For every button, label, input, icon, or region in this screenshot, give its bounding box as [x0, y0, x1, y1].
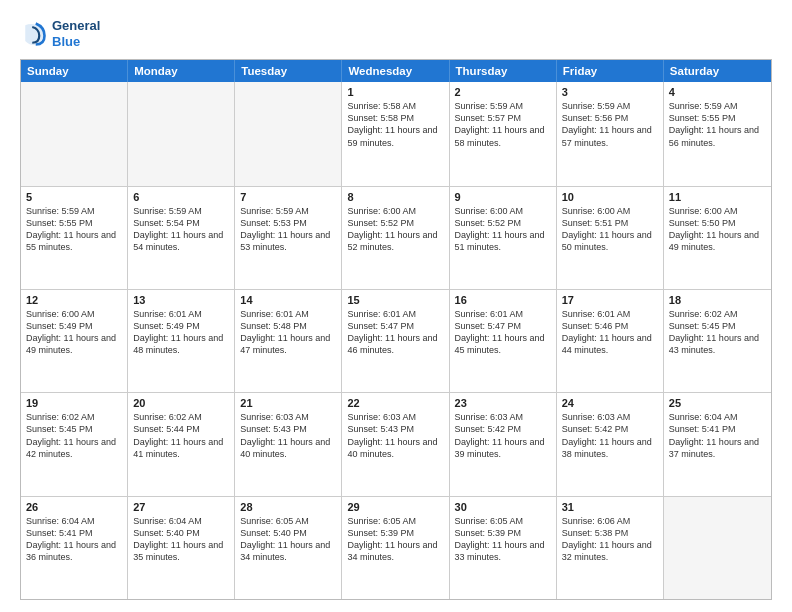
- cell-info: Sunrise: 6:00 AMSunset: 5:52 PMDaylight:…: [455, 205, 551, 254]
- day-number: 4: [669, 86, 766, 98]
- cell-info: Sunrise: 6:01 AMSunset: 5:49 PMDaylight:…: [133, 308, 229, 357]
- calendar-cell: 4Sunrise: 5:59 AMSunset: 5:55 PMDaylight…: [664, 82, 771, 185]
- day-number: 17: [562, 294, 658, 306]
- calendar-cell: 13Sunrise: 6:01 AMSunset: 5:49 PMDayligh…: [128, 290, 235, 392]
- day-number: 16: [455, 294, 551, 306]
- calendar-cell: 30Sunrise: 6:05 AMSunset: 5:39 PMDayligh…: [450, 497, 557, 599]
- calendar-body: 1Sunrise: 5:58 AMSunset: 5:58 PMDaylight…: [21, 82, 771, 599]
- cell-info: Sunrise: 6:00 AMSunset: 5:50 PMDaylight:…: [669, 205, 766, 254]
- header: General Blue: [20, 18, 772, 49]
- day-number: 22: [347, 397, 443, 409]
- cell-info: Sunrise: 6:03 AMSunset: 5:42 PMDaylight:…: [562, 411, 658, 460]
- cell-info: Sunrise: 6:05 AMSunset: 5:40 PMDaylight:…: [240, 515, 336, 564]
- day-number: 31: [562, 501, 658, 513]
- calendar-cell: 22Sunrise: 6:03 AMSunset: 5:43 PMDayligh…: [342, 393, 449, 495]
- cell-info: Sunrise: 6:01 AMSunset: 5:48 PMDaylight:…: [240, 308, 336, 357]
- calendar-cell: 29Sunrise: 6:05 AMSunset: 5:39 PMDayligh…: [342, 497, 449, 599]
- calendar-cell: 14Sunrise: 6:01 AMSunset: 5:48 PMDayligh…: [235, 290, 342, 392]
- header-cell-wednesday: Wednesday: [342, 60, 449, 82]
- calendar-row-2: 12Sunrise: 6:00 AMSunset: 5:49 PMDayligh…: [21, 289, 771, 392]
- logo-text: General Blue: [52, 18, 100, 49]
- logo: General Blue: [20, 18, 100, 49]
- calendar-cell: [235, 82, 342, 185]
- header-cell-friday: Friday: [557, 60, 664, 82]
- day-number: 27: [133, 501, 229, 513]
- calendar-cell: 16Sunrise: 6:01 AMSunset: 5:47 PMDayligh…: [450, 290, 557, 392]
- calendar-cell: 27Sunrise: 6:04 AMSunset: 5:40 PMDayligh…: [128, 497, 235, 599]
- logo-icon: [20, 20, 48, 48]
- day-number: 3: [562, 86, 658, 98]
- cell-info: Sunrise: 6:00 AMSunset: 5:51 PMDaylight:…: [562, 205, 658, 254]
- calendar-cell: 10Sunrise: 6:00 AMSunset: 5:51 PMDayligh…: [557, 187, 664, 289]
- header-cell-tuesday: Tuesday: [235, 60, 342, 82]
- calendar-cell: 3Sunrise: 5:59 AMSunset: 5:56 PMDaylight…: [557, 82, 664, 185]
- day-number: 26: [26, 501, 122, 513]
- day-number: 23: [455, 397, 551, 409]
- day-number: 1: [347, 86, 443, 98]
- cell-info: Sunrise: 6:02 AMSunset: 5:45 PMDaylight:…: [669, 308, 766, 357]
- cell-info: Sunrise: 6:05 AMSunset: 5:39 PMDaylight:…: [455, 515, 551, 564]
- calendar-cell: [21, 82, 128, 185]
- cell-info: Sunrise: 6:00 AMSunset: 5:52 PMDaylight:…: [347, 205, 443, 254]
- calendar-cell: 9Sunrise: 6:00 AMSunset: 5:52 PMDaylight…: [450, 187, 557, 289]
- cell-info: Sunrise: 6:04 AMSunset: 5:41 PMDaylight:…: [669, 411, 766, 460]
- day-number: 11: [669, 191, 766, 203]
- calendar-row-4: 26Sunrise: 6:04 AMSunset: 5:41 PMDayligh…: [21, 496, 771, 599]
- calendar-cell: 17Sunrise: 6:01 AMSunset: 5:46 PMDayligh…: [557, 290, 664, 392]
- day-number: 24: [562, 397, 658, 409]
- calendar-cell: 15Sunrise: 6:01 AMSunset: 5:47 PMDayligh…: [342, 290, 449, 392]
- cell-info: Sunrise: 5:59 AMSunset: 5:57 PMDaylight:…: [455, 100, 551, 149]
- calendar-cell: 25Sunrise: 6:04 AMSunset: 5:41 PMDayligh…: [664, 393, 771, 495]
- cell-info: Sunrise: 5:59 AMSunset: 5:55 PMDaylight:…: [669, 100, 766, 149]
- calendar-cell: 12Sunrise: 6:00 AMSunset: 5:49 PMDayligh…: [21, 290, 128, 392]
- calendar-row-3: 19Sunrise: 6:02 AMSunset: 5:45 PMDayligh…: [21, 392, 771, 495]
- cell-info: Sunrise: 5:59 AMSunset: 5:55 PMDaylight:…: [26, 205, 122, 254]
- cell-info: Sunrise: 6:03 AMSunset: 5:42 PMDaylight:…: [455, 411, 551, 460]
- calendar-cell: 31Sunrise: 6:06 AMSunset: 5:38 PMDayligh…: [557, 497, 664, 599]
- cell-info: Sunrise: 6:03 AMSunset: 5:43 PMDaylight:…: [240, 411, 336, 460]
- calendar-cell: 5Sunrise: 5:59 AMSunset: 5:55 PMDaylight…: [21, 187, 128, 289]
- calendar-cell: 7Sunrise: 5:59 AMSunset: 5:53 PMDaylight…: [235, 187, 342, 289]
- cell-info: Sunrise: 5:59 AMSunset: 5:53 PMDaylight:…: [240, 205, 336, 254]
- cell-info: Sunrise: 6:01 AMSunset: 5:47 PMDaylight:…: [455, 308, 551, 357]
- header-cell-sunday: Sunday: [21, 60, 128, 82]
- calendar-row-1: 5Sunrise: 5:59 AMSunset: 5:55 PMDaylight…: [21, 186, 771, 289]
- cell-info: Sunrise: 6:01 AMSunset: 5:47 PMDaylight:…: [347, 308, 443, 357]
- calendar-cell: 6Sunrise: 5:59 AMSunset: 5:54 PMDaylight…: [128, 187, 235, 289]
- day-number: 20: [133, 397, 229, 409]
- calendar-cell: 24Sunrise: 6:03 AMSunset: 5:42 PMDayligh…: [557, 393, 664, 495]
- calendar-cell: [664, 497, 771, 599]
- calendar-cell: [128, 82, 235, 185]
- day-number: 21: [240, 397, 336, 409]
- day-number: 12: [26, 294, 122, 306]
- page: General Blue SundayMondayTuesdayWednesda…: [0, 0, 792, 612]
- day-number: 19: [26, 397, 122, 409]
- day-number: 6: [133, 191, 229, 203]
- cell-info: Sunrise: 6:01 AMSunset: 5:46 PMDaylight:…: [562, 308, 658, 357]
- cell-info: Sunrise: 6:03 AMSunset: 5:43 PMDaylight:…: [347, 411, 443, 460]
- calendar-header: SundayMondayTuesdayWednesdayThursdayFrid…: [21, 60, 771, 82]
- day-number: 13: [133, 294, 229, 306]
- day-number: 8: [347, 191, 443, 203]
- day-number: 10: [562, 191, 658, 203]
- header-cell-thursday: Thursday: [450, 60, 557, 82]
- calendar-cell: 1Sunrise: 5:58 AMSunset: 5:58 PMDaylight…: [342, 82, 449, 185]
- day-number: 5: [26, 191, 122, 203]
- cell-info: Sunrise: 5:58 AMSunset: 5:58 PMDaylight:…: [347, 100, 443, 149]
- day-number: 14: [240, 294, 336, 306]
- calendar-cell: 20Sunrise: 6:02 AMSunset: 5:44 PMDayligh…: [128, 393, 235, 495]
- cell-info: Sunrise: 6:02 AMSunset: 5:45 PMDaylight:…: [26, 411, 122, 460]
- calendar-cell: 8Sunrise: 6:00 AMSunset: 5:52 PMDaylight…: [342, 187, 449, 289]
- calendar-row-0: 1Sunrise: 5:58 AMSunset: 5:58 PMDaylight…: [21, 82, 771, 185]
- calendar-cell: 26Sunrise: 6:04 AMSunset: 5:41 PMDayligh…: [21, 497, 128, 599]
- calendar-cell: 18Sunrise: 6:02 AMSunset: 5:45 PMDayligh…: [664, 290, 771, 392]
- day-number: 29: [347, 501, 443, 513]
- cell-info: Sunrise: 6:04 AMSunset: 5:40 PMDaylight:…: [133, 515, 229, 564]
- day-number: 15: [347, 294, 443, 306]
- cell-info: Sunrise: 6:06 AMSunset: 5:38 PMDaylight:…: [562, 515, 658, 564]
- header-cell-monday: Monday: [128, 60, 235, 82]
- calendar-cell: 2Sunrise: 5:59 AMSunset: 5:57 PMDaylight…: [450, 82, 557, 185]
- calendar-cell: 21Sunrise: 6:03 AMSunset: 5:43 PMDayligh…: [235, 393, 342, 495]
- cell-info: Sunrise: 6:02 AMSunset: 5:44 PMDaylight:…: [133, 411, 229, 460]
- cell-info: Sunrise: 6:04 AMSunset: 5:41 PMDaylight:…: [26, 515, 122, 564]
